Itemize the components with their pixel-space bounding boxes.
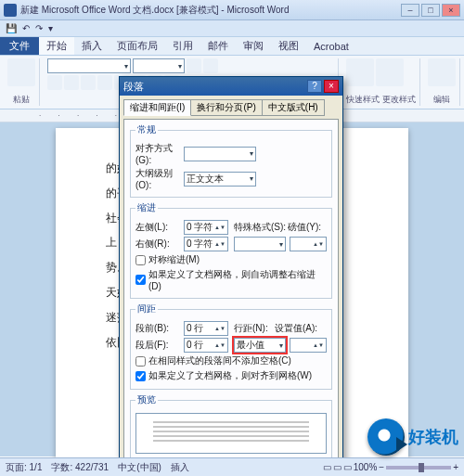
right-indent-label: 右侧(R): [135, 238, 184, 251]
italic-icon[interactable] [64, 75, 79, 90]
underline-icon[interactable] [81, 75, 96, 90]
quick-access-toolbar: 💾 ↶ ↷ ▾ [0, 20, 464, 37]
status-words[interactable]: 字数: 422/731 [51, 461, 109, 474]
alignment-label: 对齐方式(G): [135, 142, 184, 165]
strike-icon[interactable] [97, 75, 112, 90]
right-indent-spin[interactable]: 0 字符▲▼ [184, 237, 228, 251]
qat-customize-icon[interactable]: ▾ [48, 23, 53, 33]
spacing-fieldset: 间距 段前(B): 0 行▲▼ 行距(N): 设置值(A): 段后(F): 0 … [130, 302, 332, 390]
status-bar: 页面: 1/1 字数: 422/731 中文(中国) 插入 ▭ ▭ ▭ 100%… [0, 457, 464, 476]
shrink-font-icon[interactable] [203, 58, 218, 73]
qat-save-icon[interactable]: 💾 [6, 23, 17, 33]
zoom-value[interactable]: 100% [354, 462, 378, 472]
snapgrid-check[interactable]: 如果定义了文档网格，则对齐到网格(W) [135, 369, 327, 382]
zoom-out-button[interactable]: − [379, 462, 384, 472]
dialog-tabs: 缩进和间距(I) 换行和分页(P) 中文版式(H) [123, 99, 339, 116]
minimize-button[interactable]: – [401, 4, 419, 17]
group-editing-label: 编辑 [428, 94, 456, 106]
tab-view[interactable]: 视图 [271, 37, 306, 55]
general-legend: 常规 [135, 123, 158, 136]
view-read-icon[interactable]: ▭ [333, 462, 342, 472]
maximize-button[interactable]: □ [421, 4, 440, 17]
dialog-title: 段落 [123, 80, 305, 94]
qat-undo-icon[interactable]: ↶ [22, 23, 30, 33]
tab-mailings[interactable]: 邮件 [200, 37, 236, 55]
alignment-select[interactable]: ▾ [184, 147, 256, 161]
word-icon [4, 4, 17, 17]
outline-select[interactable]: 正文文本▾ [184, 172, 256, 187]
outline-label: 大纲级别(O): [135, 167, 184, 190]
change-styles-button[interactable] [376, 58, 404, 86]
tab-home[interactable]: 开始 [39, 37, 74, 55]
left-indent-label: 左侧(L): [135, 221, 184, 234]
dialog-help-button[interactable]: ? [307, 80, 322, 93]
group-styles: 快速样式 更改样式 [342, 58, 420, 106]
grow-font-icon[interactable] [187, 58, 201, 73]
brand-watermark: 好装机 [367, 418, 458, 456]
dialog-tab-asian[interactable]: 中文版式(H) [262, 99, 325, 116]
view-print-icon[interactable]: ▭ [323, 462, 331, 472]
preview-legend: 预览 [135, 393, 158, 406]
status-lang[interactable]: 中文(中国) [118, 461, 161, 474]
paste-button[interactable] [7, 58, 35, 86]
group-editing: 编辑 [424, 58, 460, 106]
left-indent-spin[interactable]: 0 字符▲▼ [184, 220, 228, 235]
brand-eye-icon [367, 418, 405, 456]
window-title: 新建 Microsoft Office Word 文档.docx [兼容模式] … [20, 4, 399, 17]
mirror-indent-check[interactable]: 对称缩进(M) [135, 253, 327, 266]
special-label: 特殊格式(S): [234, 221, 288, 234]
paragraph-dialog: 段落 ? × 缩进和间距(I) 换行和分页(P) 中文版式(H) 常规 对齐方式… [119, 76, 343, 476]
line-label: 行距(N): [234, 322, 275, 335]
tab-review[interactable]: 审阅 [236, 37, 271, 55]
status-insert[interactable]: 插入 [171, 461, 189, 474]
group-styles-label: 快速样式 更改样式 [346, 94, 416, 106]
at-label: 设置值(A): [275, 322, 319, 335]
zoom-controls[interactable]: ▭ ▭ ▭ 100% − + [323, 462, 458, 472]
close-button[interactable]: × [442, 4, 460, 17]
dialog-close-button[interactable]: × [324, 80, 339, 93]
before-label: 段前(B): [135, 322, 184, 335]
spacing-legend: 间距 [135, 302, 158, 315]
quick-styles-button[interactable] [346, 58, 374, 86]
at-spin[interactable]: ▲▼ [290, 338, 327, 353]
bold-icon[interactable] [47, 75, 62, 90]
before-spin[interactable]: 0 行▲▼ [184, 321, 228, 336]
brand-text: 好装机 [408, 426, 458, 448]
tab-references[interactable]: 引用 [165, 37, 200, 55]
ribbon-tabs: 文件 开始 插入 页面布局 引用 邮件 审阅 视图 Acrobat [0, 37, 464, 56]
status-page[interactable]: 页面: 1/1 [6, 461, 42, 474]
zoom-in-button[interactable]: + [453, 462, 458, 472]
nosame-check[interactable]: 在相同样式的段落间不添加空格(C) [135, 354, 327, 367]
after-label: 段后(F): [135, 339, 184, 352]
line-spacing-select[interactable]: 最小值▾ [234, 338, 286, 353]
general-fieldset: 常规 对齐方式(G): ▾ 大纲级别(O): 正文文本▾ [130, 123, 332, 198]
tab-acrobat[interactable]: Acrobat [306, 39, 356, 54]
special-select[interactable]: ▾ [234, 237, 286, 251]
after-spin[interactable]: 0 行▲▼ [184, 338, 228, 353]
by-label: 磅值(Y): [288, 221, 323, 234]
autogrid-indent-check[interactable]: 如果定义了文档网格，则自动调整右缩进(D) [135, 268, 327, 291]
group-clipboard-label: 粘贴 [7, 94, 35, 106]
by-spin[interactable]: ▲▼ [290, 237, 327, 251]
tab-pagelayout[interactable]: 页面布局 [110, 37, 165, 55]
qat-redo-icon[interactable]: ↷ [35, 23, 43, 33]
view-web-icon[interactable]: ▭ [343, 462, 352, 472]
preview-box [135, 413, 327, 454]
font-size-select[interactable]: ▾ [133, 58, 185, 73]
indent-fieldset: 缩进 左侧(L): 0 字符▲▼ 特殊格式(S): 磅值(Y): 右侧(R): … [130, 201, 332, 299]
dialog-titlebar[interactable]: 段落 ? × [120, 77, 342, 96]
tab-insert[interactable]: 插入 [74, 37, 110, 55]
zoom-slider[interactable] [386, 466, 451, 470]
file-tab[interactable]: 文件 [0, 37, 39, 55]
title-bar: 新建 Microsoft Office Word 文档.docx [兼容模式] … [0, 0, 464, 20]
indent-legend: 缩进 [135, 201, 158, 214]
font-family-select[interactable]: ▾ [47, 58, 131, 73]
dialog-tab-indent[interactable]: 缩进和间距(I) [123, 99, 191, 116]
editing-button[interactable] [428, 58, 456, 86]
dialog-tab-linebreak[interactable]: 换行和分页(P) [190, 99, 262, 116]
preview-fieldset: 预览 [130, 393, 332, 461]
group-clipboard: 粘贴 [4, 58, 40, 106]
